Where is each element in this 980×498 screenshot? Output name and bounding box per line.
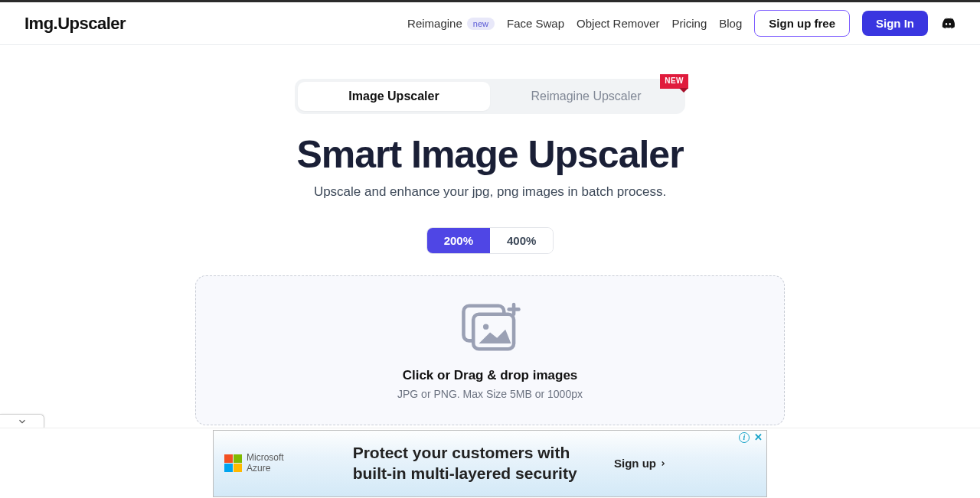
- ad-brand-line1: Microsoft: [247, 453, 284, 463]
- svg-point-2: [483, 324, 488, 330]
- ad-brand-text: Microsoft Azure: [247, 453, 284, 473]
- discord-icon[interactable]: [940, 16, 956, 31]
- new-badge: new: [467, 18, 495, 30]
- ad-container: i ✕ Microsoft Azure Protect your custome…: [0, 428, 980, 498]
- primary-nav: Reimagine new Face Swap Object Remover P…: [407, 10, 956, 37]
- ad-collapse-toggle[interactable]: [0, 414, 44, 428]
- ad-copy: Protect your customers with built-in mul…: [353, 443, 577, 483]
- upscaler-tabs: Image Upscaler Reimagine Upscaler NEW: [295, 79, 685, 114]
- site-header: Img.Upscaler Reimagine new Face Swap Obj…: [0, 2, 980, 45]
- microsoft-logo-icon: [224, 454, 242, 472]
- nav-reimagine[interactable]: Reimagine new: [407, 17, 495, 30]
- tab-image-upscaler[interactable]: Image Upscaler: [298, 82, 490, 111]
- ad-copy-line1: Protect your customers with: [353, 443, 577, 463]
- image-upload-icon: [459, 301, 521, 354]
- dropzone-title: Click or Drag & drop images: [403, 368, 578, 383]
- signin-button[interactable]: Sign In: [862, 11, 928, 36]
- ad-cta-label: Sign up: [614, 457, 656, 470]
- chevron-down-icon: [17, 416, 28, 427]
- ad-info-icon[interactable]: i: [739, 432, 750, 443]
- page-title: Smart Image Upscaler: [296, 132, 683, 177]
- ad-brand-logo: Microsoft Azure: [224, 453, 284, 473]
- svg-rect-1: [473, 314, 514, 350]
- scale-toggle: 200% 400%: [426, 227, 554, 254]
- tab-reimagine-label: Reimagine Upscaler: [531, 90, 641, 103]
- ad-banner[interactable]: i ✕ Microsoft Azure Protect your custome…: [213, 430, 767, 497]
- ad-brand-line2: Azure: [247, 464, 284, 474]
- page-subtitle: Upscale and enhance your jpg, png images…: [314, 184, 666, 200]
- scale-400-button[interactable]: 400%: [490, 228, 553, 253]
- ad-copy-line2: built-in multi-layered security: [353, 464, 577, 483]
- chevron-right-icon: [659, 460, 667, 467]
- scale-200-button[interactable]: 200%: [427, 228, 490, 253]
- dropzone-subtitle: JPG or PNG. Max Size 5MB or 1000px: [397, 388, 583, 400]
- nav-object-remover[interactable]: Object Remover: [577, 17, 659, 30]
- nav-pricing[interactable]: Pricing: [671, 17, 707, 30]
- nav-blog[interactable]: Blog: [719, 17, 742, 30]
- new-flag-badge: NEW: [660, 74, 688, 89]
- main-content: Image Upscaler Reimagine Upscaler NEW Sm…: [0, 45, 980, 425]
- nav-reimagine-label: Reimagine: [407, 17, 462, 30]
- ad-controls: i ✕: [739, 432, 763, 443]
- upload-dropzone[interactable]: Click or Drag & drop images JPG or PNG. …: [195, 275, 785, 425]
- site-logo[interactable]: Img.Upscaler: [24, 14, 126, 34]
- signup-button[interactable]: Sign up free: [754, 10, 850, 37]
- tab-reimagine-upscaler[interactable]: Reimagine Upscaler NEW: [490, 82, 682, 111]
- ad-close-icon[interactable]: ✕: [753, 432, 763, 443]
- nav-face-swap[interactable]: Face Swap: [507, 17, 564, 30]
- ad-cta-button[interactable]: Sign up: [614, 457, 667, 470]
